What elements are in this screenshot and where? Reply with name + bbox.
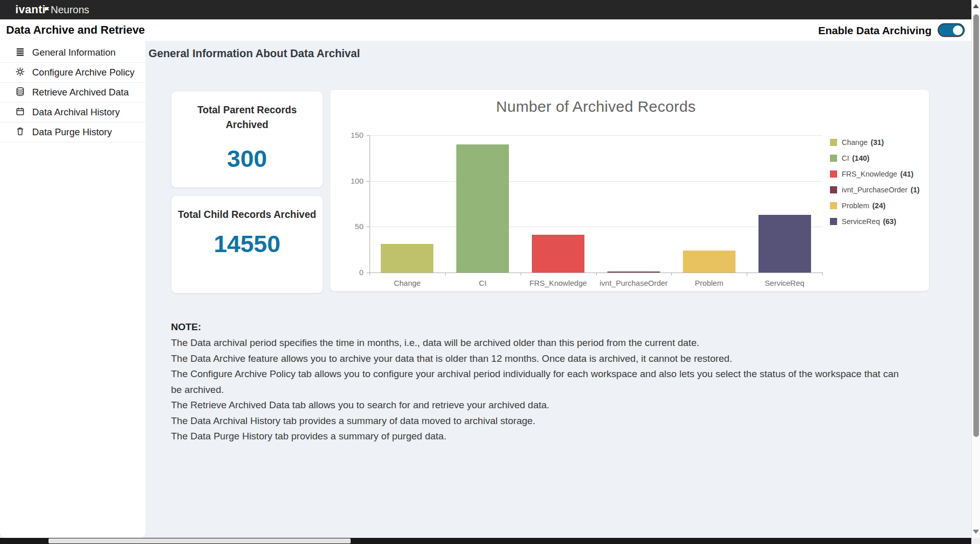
x-tick-label: Problem <box>671 279 747 287</box>
horizontal-scrollbar[interactable] <box>0 538 980 544</box>
parent-card-title: Total Parent Records Archived <box>178 103 316 132</box>
legend-item-problem[interactable]: Problem(24) <box>830 202 886 210</box>
x-tick-label: CI <box>445 279 521 287</box>
legend-name: Change <box>842 138 868 146</box>
legend-swatch-icon <box>830 186 837 193</box>
product-name: Neurons <box>51 4 89 16</box>
scroll-down-arrow-icon[interactable] <box>973 530 979 534</box>
legend-count: (63) <box>883 217 896 226</box>
toggle-knob <box>953 26 963 35</box>
horizontal-scrollbar-thumb[interactable] <box>48 538 351 543</box>
bar-frs_knowledge <box>532 235 584 273</box>
page-header: Data Archive and Retrieve Enable Data Ar… <box>0 19 980 41</box>
legend-count: (140) <box>852 154 870 162</box>
sidebar-item-retrieve-archived-data[interactable]: Retrieve Archived Data <box>0 83 145 103</box>
legend-swatch-icon <box>830 218 837 225</box>
archiving-toggle-group: Enable Data Archiving <box>818 23 965 37</box>
section-heading: General Information About Data Archival <box>149 47 360 60</box>
legend-name: ServiceReq <box>842 217 880 226</box>
legend-item-servicereq[interactable]: ServiceReq(63) <box>830 217 896 226</box>
note-section: NOTE: The Data archival period specifies… <box>171 319 901 444</box>
x-tick <box>822 273 823 276</box>
bar-servicereq <box>758 215 811 273</box>
page-title: Data Archive and Retrieve <box>6 23 145 37</box>
x-tick <box>521 273 521 276</box>
child-card-value: 14550 <box>176 230 318 258</box>
sidebar-item-label: General Information <box>32 47 116 58</box>
y-tick <box>366 227 370 227</box>
ivanti-logo: ivanti <box>15 3 45 16</box>
enable-archiving-label: Enable Data Archiving <box>818 24 932 36</box>
menu-icon <box>15 47 25 59</box>
total-child-records-card: Total Child Records Archived 14550 <box>171 195 323 293</box>
note-line: The Configure Archive Policy tab allows … <box>171 366 901 398</box>
bar-ivnt_purchaseorder <box>607 271 660 273</box>
sidebar-nav: General InformationConfigure Archive Pol… <box>0 41 145 538</box>
x-tick <box>370 273 370 276</box>
legend-swatch-icon <box>830 202 837 209</box>
archived-records-chart: Number of Archived Records 050100150Chan… <box>330 89 929 291</box>
x-tick-label: ivnt_PurchaseOrder <box>596 279 672 287</box>
brand-text: ivanti <box>15 3 45 16</box>
sidebar-item-configure-archive-policy[interactable]: Configure Archive Policy <box>0 63 145 83</box>
sidebar-item-general-information[interactable]: General Information <box>0 43 145 63</box>
chart-title: Number of Archived Records <box>370 98 822 115</box>
sidebar-item-data-purge-history[interactable]: Data Purge History <box>0 122 145 142</box>
note-line: The Retrieve Archived Data tab allows yo… <box>171 398 901 413</box>
legend-name: ivnt_PurchaseOrder <box>842 186 908 194</box>
bar-ci <box>456 144 509 273</box>
x-tick-label: Change <box>370 279 445 287</box>
legend-item-ivnt_purchaseorder[interactable]: ivnt_PurchaseOrder(1) <box>830 186 920 194</box>
bar-problem <box>683 251 736 273</box>
x-tick <box>445 273 446 276</box>
legend-item-change[interactable]: Change(31) <box>830 138 884 146</box>
legend-count: (31) <box>871 138 884 146</box>
x-tick <box>671 273 672 276</box>
ivanti-flag-icon <box>45 1 50 14</box>
x-tick-label: FRS_Knowledge <box>521 279 596 287</box>
x-tick <box>747 273 747 276</box>
legend-item-ci[interactable]: CI(140) <box>830 154 869 162</box>
calendar-icon <box>15 107 25 118</box>
gear-icon <box>15 67 25 79</box>
x-tick <box>596 273 597 276</box>
sidebar-menu: General InformationConfigure Archive Pol… <box>0 41 145 142</box>
note-line: The Data Archival History tab provides a… <box>171 413 901 429</box>
vertical-scrollbar[interactable] <box>971 0 980 538</box>
legend-count: (41) <box>900 170 914 178</box>
trash-icon <box>15 127 25 138</box>
y-axis-line <box>370 135 370 273</box>
y-tick <box>366 181 370 182</box>
note-line: The Data Archive feature allows you to a… <box>171 351 901 367</box>
x-tick-label: ServiceReq <box>747 279 822 287</box>
sidebar-item-data-archival-history[interactable]: Data Archival History <box>0 103 145 122</box>
gridline <box>370 181 822 182</box>
legend-item-frs_knowledge[interactable]: FRS_Knowledge(41) <box>830 170 914 178</box>
gridline <box>370 135 822 136</box>
database-icon <box>15 87 25 98</box>
enable-archiving-toggle[interactable] <box>938 23 965 37</box>
legend-name: FRS_Knowledge <box>842 170 897 178</box>
legend-name: Problem <box>842 202 869 210</box>
sidebar-item-label: Data Archival History <box>32 107 120 118</box>
parent-card-value: 300 <box>178 144 316 172</box>
y-tick-label: 150 <box>341 131 363 139</box>
legend-swatch-icon <box>830 170 837 178</box>
note-label: NOTE: <box>171 319 901 335</box>
sidebar-item-label: Retrieve Archived Data <box>32 87 129 98</box>
vertical-scrollbar-thumb[interactable] <box>973 14 979 437</box>
y-tick-label: 50 <box>341 222 363 231</box>
note-line: The Data archival period specifies the t… <box>171 335 901 351</box>
scroll-up-arrow-icon[interactable] <box>973 4 979 8</box>
sidebar-item-label: Configure Archive Policy <box>32 67 135 78</box>
y-tick-label: 0 <box>341 268 363 277</box>
scrollbar-corner <box>971 538 980 544</box>
legend-swatch-icon <box>830 155 837 162</box>
y-tick <box>366 135 370 136</box>
sidebar-item-label: Data Purge History <box>32 127 112 138</box>
legend-count: (1) <box>911 186 920 194</box>
gridline <box>370 227 822 227</box>
child-card-title: Total Child Records Archived <box>176 207 318 222</box>
bar-change <box>381 244 433 273</box>
top-app-bar: ivanti Neurons <box>0 0 980 19</box>
